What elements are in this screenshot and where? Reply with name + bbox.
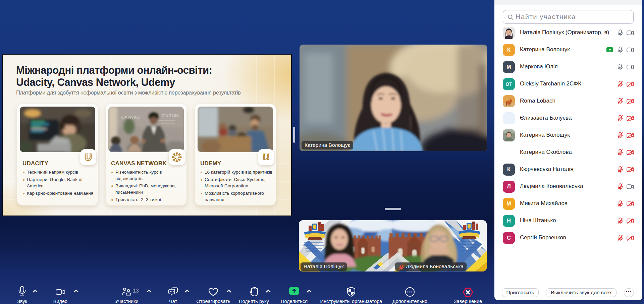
svg-text:CANVAS: CANVAS [121,115,140,120]
svg-text:LEARNIN: LEARNIN [159,113,179,118]
